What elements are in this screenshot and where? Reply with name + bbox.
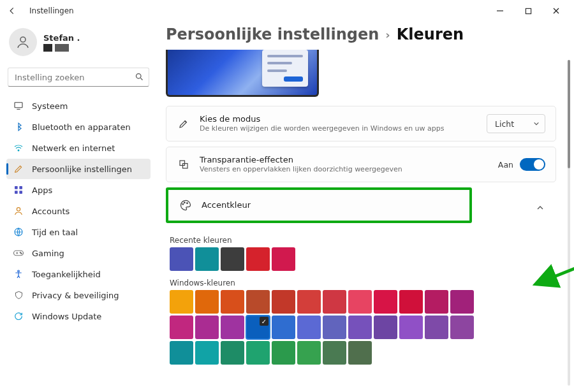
sidebar: Stefan . SysteemBluetooth en apparatenNe… xyxy=(0,22,157,392)
windows-swatch[interactable]: ✓ xyxy=(246,316,270,339)
windows-swatch[interactable] xyxy=(221,316,244,339)
globe-icon xyxy=(13,227,24,237)
search-icon xyxy=(135,72,144,83)
windows-swatch[interactable] xyxy=(323,316,346,339)
breadcrumb-parent[interactable]: Persoonlijke instellingen xyxy=(166,25,379,43)
mode-dropdown[interactable]: Licht xyxy=(487,114,545,133)
accent-expander[interactable] xyxy=(531,204,550,212)
search-input[interactable] xyxy=(8,68,149,87)
back-button[interactable] xyxy=(5,4,19,18)
windows-swatch[interactable] xyxy=(348,290,372,314)
recent-swatch[interactable] xyxy=(272,247,295,271)
minimize-button[interactable] xyxy=(487,2,513,20)
scrollbar[interactable] xyxy=(568,60,570,386)
transparency-title: Transparantie-effecten xyxy=(200,155,489,165)
window-title: Instellingen xyxy=(29,6,74,15)
windows-swatch[interactable] xyxy=(323,290,346,314)
svg-rect-10 xyxy=(15,186,18,189)
recent-swatch[interactable] xyxy=(170,247,193,271)
svg-point-19 xyxy=(20,252,21,254)
recent-swatch[interactable] xyxy=(221,247,244,271)
sidebar-item-label: Windows Update xyxy=(32,312,101,321)
windows-swatch[interactable] xyxy=(272,290,295,314)
windows-swatch[interactable] xyxy=(425,290,448,314)
sidebar-item-5[interactable]: Accounts xyxy=(6,201,151,221)
recent-swatch[interactable] xyxy=(246,247,270,271)
sidebar-item-9[interactable]: Privacy & beveiliging xyxy=(6,285,151,305)
windows-swatch[interactable] xyxy=(246,341,270,365)
windows-swatch[interactable] xyxy=(195,290,219,314)
windows-swatch[interactable] xyxy=(195,316,219,339)
windows-swatch[interactable] xyxy=(297,290,321,314)
sidebar-item-label: Toegankelijkheid xyxy=(32,270,101,279)
search-box[interactable] xyxy=(8,68,149,87)
windows-swatch[interactable] xyxy=(450,290,474,314)
windows-swatch[interactable] xyxy=(323,341,346,365)
transparency-toggle[interactable] xyxy=(520,158,545,171)
windows-swatch[interactable] xyxy=(374,316,397,339)
windows-swatch[interactable] xyxy=(195,341,219,365)
windows-swatch[interactable] xyxy=(170,290,193,314)
sidebar-item-label: Persoonlijke instellingen xyxy=(32,164,132,174)
bluetooth-icon xyxy=(13,122,24,132)
sidebar-item-label: Systeem xyxy=(32,101,68,111)
svg-point-26 xyxy=(187,203,188,204)
windows-swatch[interactable] xyxy=(374,290,397,314)
windows-swatch[interactable] xyxy=(221,290,244,314)
svg-point-9 xyxy=(18,150,19,151)
svg-rect-22 xyxy=(180,161,185,166)
windows-swatch[interactable] xyxy=(297,341,321,365)
brush-icon xyxy=(177,118,191,129)
windows-colors-title: Windows-kleuren xyxy=(170,279,556,287)
gamepad-icon xyxy=(13,249,24,258)
person-icon xyxy=(13,206,24,216)
windows-swatch[interactable] xyxy=(170,341,193,365)
sidebar-item-label: Bluetooth en apparaten xyxy=(32,122,131,132)
sidebar-item-8[interactable]: Toegankelijkheid xyxy=(6,264,151,284)
close-button[interactable] xyxy=(543,2,569,20)
windows-swatch[interactable] xyxy=(399,290,423,314)
svg-point-25 xyxy=(184,202,186,203)
svg-point-24 xyxy=(182,204,184,205)
chevron-right-icon: › xyxy=(385,28,390,41)
breadcrumb-current: Kleuren xyxy=(397,25,464,43)
windows-swatch[interactable] xyxy=(450,316,474,339)
sidebar-item-2[interactable]: Netwerk en internet xyxy=(6,138,151,158)
sidebar-item-label: Apps xyxy=(32,185,52,195)
windows-swatch[interactable] xyxy=(246,290,270,314)
sidebar-item-7[interactable]: Gaming xyxy=(6,243,151,263)
windows-swatch[interactable] xyxy=(399,316,423,339)
sidebar-item-0[interactable]: Systeem xyxy=(6,96,151,116)
windows-swatch[interactable] xyxy=(221,341,244,365)
profile[interactable]: Stefan . xyxy=(6,24,151,65)
sidebar-item-4[interactable]: Apps xyxy=(6,180,151,200)
wifi-icon xyxy=(13,143,24,153)
recent-colors-title: Recente kleuren xyxy=(170,236,556,245)
profile-accent-preview xyxy=(43,44,80,52)
svg-rect-13 xyxy=(19,191,22,194)
sidebar-item-1[interactable]: Bluetooth en apparaten xyxy=(6,117,151,137)
mode-sub: De kleuren wijzigen die worden weergegev… xyxy=(200,124,478,133)
windows-swatch[interactable] xyxy=(272,316,295,339)
maximize-button[interactable] xyxy=(515,2,541,20)
sidebar-item-10[interactable]: Windows Update xyxy=(6,306,151,326)
windows-swatch[interactable] xyxy=(272,341,295,365)
svg-point-4 xyxy=(20,37,26,42)
svg-rect-1 xyxy=(526,8,531,13)
windows-swatch[interactable] xyxy=(348,341,372,365)
scrollbar-thumb[interactable] xyxy=(568,60,570,168)
windows-swatch[interactable] xyxy=(425,316,448,339)
transparency-sub: Vensters en oppervlakken lijken doorzich… xyxy=(200,165,489,174)
sidebar-item-3[interactable]: Persoonlijke instellingen xyxy=(6,159,151,179)
avatar xyxy=(9,28,37,56)
svg-rect-23 xyxy=(183,164,188,169)
recent-swatch[interactable] xyxy=(195,247,219,271)
sidebar-item-6[interactable]: Tijd en taal xyxy=(6,222,151,242)
accent-card[interactable]: Accentkleur xyxy=(166,187,472,223)
svg-rect-12 xyxy=(15,191,18,194)
transparency-value: Aan xyxy=(498,160,513,170)
sparkle-icon xyxy=(177,159,191,170)
windows-swatch[interactable] xyxy=(348,316,372,339)
windows-swatch[interactable] xyxy=(170,316,193,339)
windows-swatch[interactable] xyxy=(297,316,321,339)
